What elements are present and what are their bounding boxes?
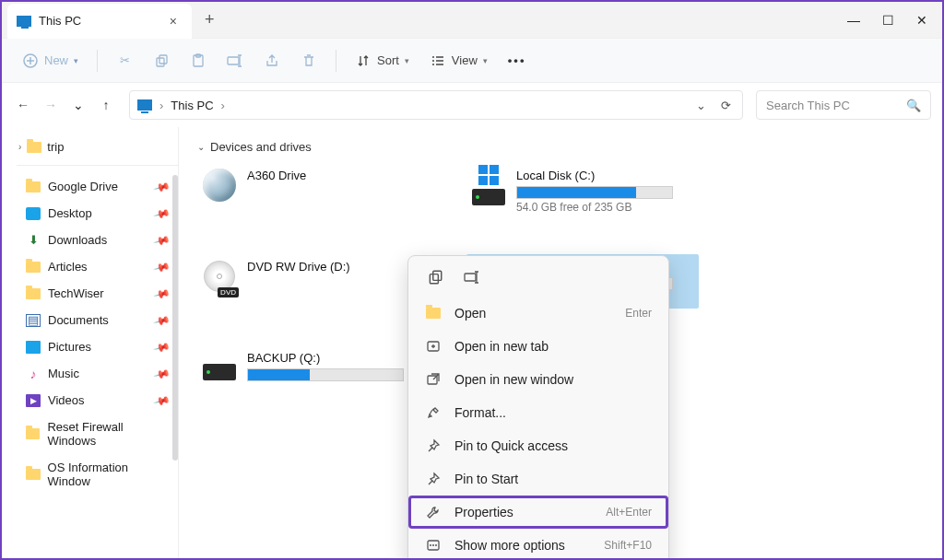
plus-circle-icon <box>22 52 39 69</box>
copy-button[interactable] <box>146 49 177 73</box>
menu-format-[interactable]: Format... <box>408 396 668 429</box>
newtab-icon <box>425 338 442 355</box>
caret-down-icon: ▾ <box>483 56 488 65</box>
svg-point-8 <box>432 64 434 65</box>
address-bar[interactable]: › This PC › ⌄ ⟳ <box>129 90 743 120</box>
music-icon: ♪ <box>26 368 41 380</box>
folder-icon <box>425 305 442 321</box>
sidebar-item-label: Documents <box>48 313 109 327</box>
sidebar: › trip Google Drive 📌 Desktop 📌 ⬇ Downlo… <box>2 127 179 558</box>
delete-button[interactable] <box>293 49 324 73</box>
tree-item-trip[interactable]: › trip <box>2 136 178 158</box>
hdd-icon <box>472 189 505 205</box>
svg-rect-11 <box>465 274 476 281</box>
minimize-button[interactable]: — <box>847 13 860 28</box>
paste-button[interactable] <box>183 49 214 73</box>
drive-free: 54.0 GB free of 235 GB <box>516 201 695 214</box>
sort-label: Sort <box>377 53 399 67</box>
drive-dvd-rw-drive-d-[interactable]: DVD DVD RW Drive (D:) <box>197 254 430 309</box>
copy-icon[interactable] <box>425 267 445 287</box>
sidebar-item-reset-firewall-windows[interactable]: Reset Firewall Windows <box>2 414 178 454</box>
rename-button[interactable] <box>219 49 251 73</box>
svg-point-15 <box>430 544 431 546</box>
back-button[interactable]: ← <box>13 95 33 115</box>
sidebar-item-videos[interactable]: ▶ Videos 📌 <box>2 387 178 414</box>
svg-point-6 <box>432 56 434 58</box>
drive-backup-q-[interactable]: BACKUP (Q:) <box>197 345 430 390</box>
pin-icon: 📌 <box>153 204 171 223</box>
sidebar-item-label: TechWiser <box>48 286 104 300</box>
pin-icon <box>425 471 442 487</box>
menu-pin-to-start[interactable]: Pin to Start <box>408 462 668 496</box>
sort-button[interactable]: Sort ▾ <box>348 49 417 73</box>
view-icon <box>430 52 446 69</box>
scissors-icon: ✂ <box>116 52 133 69</box>
sidebar-item-label: Desktop <box>48 206 92 220</box>
sidebar-item-os-information-window[interactable]: OS Information Window <box>2 454 178 495</box>
sidebar-item-music[interactable]: ♪ Music 📌 <box>2 360 178 387</box>
storage-bar <box>247 368 404 381</box>
menu-open-in-new-window[interactable]: Open in new window <box>408 363 668 396</box>
view-button[interactable]: View ▾ <box>422 49 495 73</box>
menu-open[interactable]: Open Enter <box>408 297 668 330</box>
section-devices-drives[interactable]: ⌄ Devices and drives <box>197 136 924 163</box>
more-button[interactable]: ••• <box>501 50 534 71</box>
sidebar-item-pictures[interactable]: Pictures 📌 <box>2 333 178 360</box>
sidebar-scrollbar[interactable] <box>172 175 178 461</box>
refresh-icon[interactable]: ⟳ <box>717 99 735 112</box>
pin-icon: 📌 <box>153 365 171 383</box>
sidebar-item-desktop[interactable]: Desktop 📌 <box>2 200 178 227</box>
close-button[interactable]: ✕ <box>916 13 927 28</box>
dvd-label: DVD <box>218 287 239 298</box>
sidebar-item-label: Google Drive <box>48 180 118 193</box>
menu-pin-to-quick-access[interactable]: Pin to Quick access <box>408 429 668 462</box>
sidebar-item-google-drive[interactable]: Google Drive 📌 <box>2 173 178 200</box>
menu-show-more-options[interactable]: Show more options Shift+F10 <box>408 529 668 560</box>
drive-name: Local Disk (C:) <box>516 169 695 182</box>
chevron-right-icon: › <box>18 142 21 152</box>
svg-point-7 <box>432 60 434 62</box>
maximize-button[interactable]: ☐ <box>882 13 894 28</box>
sidebar-item-documents[interactable]: ▤ Documents 📌 <box>2 307 178 333</box>
tree-label: trip <box>47 140 64 154</box>
menu-label: Open <box>454 306 486 321</box>
drive-a360-drive[interactable]: A360 Drive <box>197 163 430 217</box>
cut-button[interactable]: ✂ <box>109 49 140 73</box>
drive-name: DVD RW Drive (D:) <box>247 260 426 274</box>
forward-button[interactable]: → <box>41 95 61 115</box>
menu-label: Pin to Quick access <box>454 438 568 453</box>
drive-local-disk-c-[interactable]: Local Disk (C:) 54.0 GB free of 235 GB <box>466 163 699 217</box>
search-box[interactable]: 🔍 <box>756 90 931 120</box>
sidebar-item-articles[interactable]: Articles 📌 <box>2 253 178 280</box>
rename-icon[interactable] <box>462 267 482 287</box>
menu-properties[interactable]: Properties Alt+Enter <box>408 496 668 529</box>
share-button[interactable] <box>256 49 288 73</box>
up-button[interactable]: ↑ <box>96 95 116 115</box>
breadcrumb[interactable]: This PC <box>171 99 213 112</box>
folder-icon <box>26 469 41 480</box>
tab-close-icon[interactable]: × <box>164 14 183 29</box>
history-dropdown[interactable]: ⌄ <box>68 95 88 115</box>
pin-icon <box>425 438 442 454</box>
menu-shortcut: Enter <box>625 307 652 320</box>
wrench-icon <box>425 504 442 520</box>
menu-label: Properties <box>454 505 513 519</box>
titlebar: This PC × + — ☐ ✕ <box>2 2 942 39</box>
sidebar-item-label: OS Information Window <box>48 461 171 488</box>
rename-icon <box>227 52 243 69</box>
sidebar-item-downloads[interactable]: ⬇ Downloads 📌 <box>2 227 178 253</box>
address-dropdown-icon[interactable]: ⌄ <box>692 99 710 112</box>
pin-icon: 📌 <box>153 338 171 356</box>
sidebar-item-label: Music <box>48 367 79 380</box>
section-title: Devices and drives <box>210 140 312 154</box>
new-button[interactable]: New ▾ <box>15 49 86 73</box>
sidebar-item-label: Articles <box>48 260 88 274</box>
videos-icon: ▶ <box>26 394 41 407</box>
sidebar-item-techwiser[interactable]: TechWiser 📌 <box>2 280 178 307</box>
tab-this-pc[interactable]: This PC × <box>7 4 192 39</box>
menu-open-in-new-tab[interactable]: Open in new tab <box>408 330 668 363</box>
separator <box>17 165 178 166</box>
search-input[interactable] <box>766 99 895 112</box>
window-controls: — ☐ ✕ <box>847 13 942 28</box>
new-tab-button[interactable]: + <box>205 10 215 29</box>
